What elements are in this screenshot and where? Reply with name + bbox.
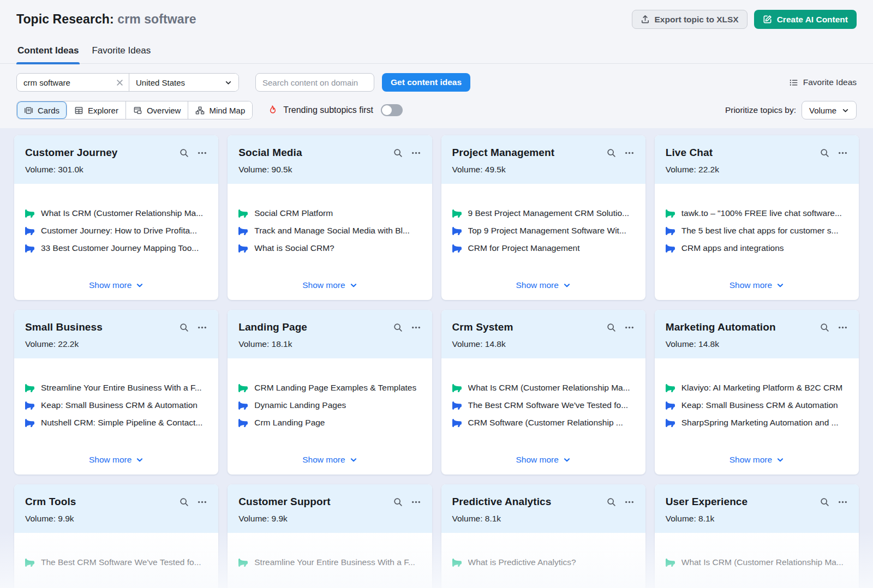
search-topic-icon[interactable] (393, 322, 403, 333)
topic-volume: Volume: 49.5k (452, 165, 635, 175)
country-select[interactable]: United States (129, 74, 238, 91)
topic-card-header: Live Chat Volume: 22.2k (655, 135, 859, 184)
headline-item[interactable]: CRM Landing Page Examples & Templates (238, 383, 421, 393)
more-options-icon[interactable] (624, 148, 635, 158)
more-options-icon[interactable] (624, 497, 635, 507)
topbar: Topic Research: crm software Export topi… (0, 0, 873, 29)
topic-card-icons (606, 497, 635, 507)
show-more-link[interactable]: Show more (516, 455, 570, 467)
topic-query-input[interactable] (23, 78, 116, 87)
more-options-icon[interactable] (197, 148, 207, 158)
topic-card-header: Crm Tools Volume: 9.9k (14, 484, 218, 533)
megaphone-icon (452, 558, 462, 567)
headline-item[interactable]: SharpSpring Marketing Automation and ... (666, 418, 848, 428)
headline-item[interactable]: CRM for Project Management (452, 243, 635, 253)
headline-item[interactable]: The Best CRM Software We've Tested fo... (452, 400, 635, 410)
more-options-icon[interactable] (411, 148, 421, 158)
search-topic-icon[interactable] (179, 148, 189, 158)
headline-item[interactable]: The Best CRM Software We've Tested fo... (25, 557, 207, 567)
view-cards-label: Cards (38, 106, 59, 115)
view-explorer[interactable]: Explorer (67, 101, 126, 119)
headline-list: Streamline Your Entire Business With a F… (238, 557, 421, 567)
headline-item[interactable]: CRM Software (Customer Relationship ... (452, 418, 635, 428)
headline-item[interactable]: Dynamic Landing Pages (238, 400, 421, 410)
prioritize-select[interactable]: Volume (802, 101, 857, 119)
show-more-link[interactable]: Show more (302, 280, 357, 292)
topic-volume: Volume: 8.1k (666, 514, 848, 524)
more-options-icon[interactable] (197, 497, 207, 507)
search-topic-icon[interactable] (179, 497, 189, 507)
headline-item[interactable]: Streamline Your Entire Business With a F… (238, 557, 421, 567)
show-more-link[interactable]: Show more (730, 280, 784, 292)
topic-card: Crm System Volume: 14.8k What Is CRM (Cu… (441, 310, 645, 475)
headline-item[interactable]: The 5 best live chat apps for customer s… (666, 226, 848, 236)
show-more-link[interactable]: Show more (89, 455, 143, 467)
megaphone-icon (25, 244, 34, 253)
more-options-icon[interactable] (838, 497, 848, 507)
tabs: Content Ideas Favorite Ideas (0, 42, 873, 64)
search-row: United States Get content ideas Favorite… (16, 73, 857, 92)
show-more-link[interactable]: Show more (730, 455, 784, 467)
headline-item[interactable]: What is Predictive Analytics? (452, 557, 635, 567)
headline-item[interactable]: What Is CRM (Customer Relationship Ma... (25, 208, 207, 218)
headline-list: Streamline Your Entire Business With a F… (25, 383, 207, 428)
headline-item[interactable]: Keap: Small Business CRM & Automation (25, 400, 207, 410)
headline-item[interactable]: Klaviyo: AI Marketing Platform & B2C CRM (666, 383, 848, 393)
view-overview[interactable]: Overview (126, 101, 189, 119)
tab-favorite-ideas[interactable]: Favorite Ideas (91, 42, 152, 63)
headline-text: Crm Landing Page (254, 418, 325, 428)
search-topic-icon[interactable] (393, 497, 403, 507)
headline-list: What is Predictive Analytics? (452, 557, 635, 567)
more-options-icon[interactable] (411, 497, 421, 507)
headline-item[interactable]: tawk.to – "100% FREE live chat software.… (666, 208, 848, 218)
view-cards[interactable]: Cards (17, 101, 67, 119)
search-topic-icon[interactable] (820, 497, 830, 507)
headline-item[interactable]: Nutshell CRM: Simple Pipeline & Contact.… (25, 418, 207, 428)
search-topic-icon[interactable] (606, 148, 617, 158)
more-options-icon[interactable] (411, 322, 421, 333)
headline-text: Dynamic Landing Pages (254, 400, 346, 410)
show-more-link[interactable]: Show more (302, 455, 357, 467)
favorite-ideas-link[interactable]: Favorite Ideas (789, 77, 857, 87)
domain-search-input[interactable] (255, 73, 374, 92)
search-topic-icon[interactable] (179, 322, 189, 333)
search-topic-icon[interactable] (606, 497, 617, 507)
search-topic-icon[interactable] (606, 322, 617, 333)
export-topic-button[interactable]: Export topic to XLSX (632, 10, 748, 29)
get-content-ideas-button[interactable]: Get content ideas (382, 73, 470, 92)
headline-item[interactable]: What Is CRM (Customer Relationship Ma... (666, 557, 848, 567)
search-topic-icon[interactable] (820, 322, 830, 333)
show-more-link[interactable]: Show more (516, 280, 570, 292)
headline-item[interactable]: Track and Manage Social Media with Bl... (238, 226, 421, 236)
headline-text: CRM Landing Page Examples & Templates (254, 383, 416, 393)
more-options-icon[interactable] (838, 322, 848, 333)
headline-item[interactable]: Streamline Your Entire Business With a F… (25, 383, 207, 393)
show-more-link[interactable]: Show more (89, 280, 143, 292)
trending-toggle-switch[interactable] (381, 104, 403, 116)
headline-item[interactable]: What is Social CRM? (238, 243, 421, 253)
more-options-icon[interactable] (197, 322, 207, 333)
tab-content-ideas[interactable]: Content Ideas (16, 42, 80, 63)
create-ai-content-button[interactable]: Create AI Content (754, 10, 857, 29)
headline-item[interactable]: What Is CRM (Customer Relationship Ma... (452, 383, 635, 393)
headline-item[interactable]: Customer Journey: How to Drive Profita..… (25, 226, 207, 236)
search-topic-icon[interactable] (393, 148, 403, 158)
headline-item[interactable]: 9 Best Project Management CRM Solutio... (452, 208, 635, 218)
topic-card-title: User Experience (666, 496, 820, 508)
clear-query-icon[interactable] (116, 79, 123, 86)
more-options-icon[interactable] (838, 148, 848, 158)
topic-card-body: The Best CRM Software We've Tested fo...… (14, 533, 218, 588)
headline-item[interactable]: Crm Landing Page (238, 418, 421, 428)
more-options-icon[interactable] (624, 322, 635, 333)
view-mind-map[interactable]: Mind Map (188, 101, 252, 119)
headline-item[interactable]: Top 9 Project Management Software Wit... (452, 226, 635, 236)
topic-card-icons (820, 497, 848, 507)
headline-item[interactable]: Keap: Small Business CRM & Automation (666, 400, 848, 410)
headline-list: What Is CRM (Customer Relationship Ma...… (452, 383, 635, 428)
headline-item[interactable]: Social CRM Platform (238, 208, 421, 218)
topic-card-title: Customer Support (238, 496, 392, 508)
headline-item[interactable]: 33 Best Customer Journey Mapping Too... (25, 243, 207, 253)
toggle-knob (382, 105, 392, 115)
search-topic-icon[interactable] (820, 148, 830, 158)
headline-item[interactable]: CRM apps and integrations (666, 243, 848, 253)
